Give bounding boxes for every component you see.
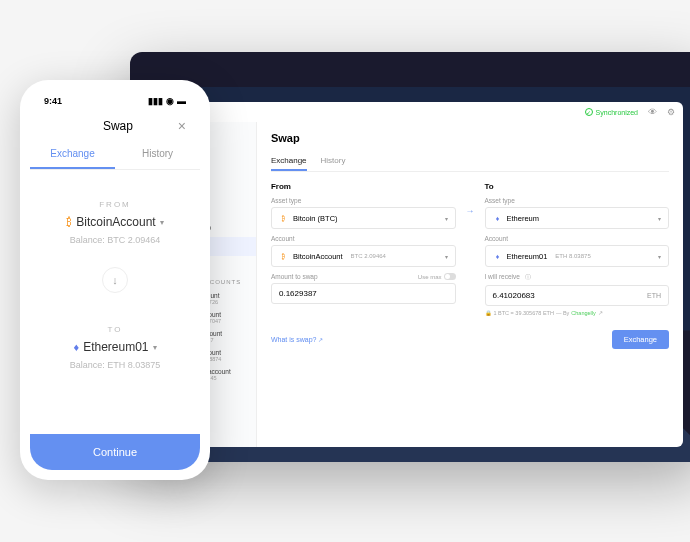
- laptop-screen: ✓ Synchronized 👁 ⚙ MENU 📈Portfolio ▭Acco…: [138, 87, 690, 462]
- phone-body: FROM ₿ BitcoinAccount ▾ Balance: BTC 2.0…: [30, 170, 200, 434]
- to-label: TO: [108, 325, 123, 334]
- ethereum-icon: ♦: [493, 251, 503, 261]
- external-link-icon[interactable]: ↗: [598, 310, 603, 316]
- chevron-down-icon: ▾: [445, 215, 448, 222]
- titlebar: ✓ Synchronized 👁 ⚙: [152, 102, 683, 122]
- check-icon: ✓: [585, 108, 593, 116]
- tab-exchange[interactable]: Exchange: [30, 140, 115, 169]
- to-account-selector[interactable]: ♦ Ethereum01 ▾: [74, 340, 157, 354]
- battery-icon: ▬: [177, 96, 186, 106]
- bitcoin-icon: ₿: [279, 251, 289, 261]
- swap-form: From Asset type ₿ Bitcoin (BTC) ▾ Accoun…: [271, 182, 669, 316]
- continue-button[interactable]: Continue: [30, 434, 200, 470]
- eye-icon[interactable]: 👁: [648, 107, 657, 117]
- swap-direction-button[interactable]: ↓: [102, 267, 128, 293]
- to-label: To: [485, 182, 670, 191]
- chevron-down-icon: ▾: [658, 215, 661, 222]
- main-content: Swap Exchange History From Asset type ₿ …: [257, 122, 683, 447]
- desktop-tabs: Exchange History: [271, 152, 669, 172]
- to-column: To Asset type ♦ Ethereum ▾ Account ♦ Eth…: [485, 182, 670, 316]
- from-label: From: [271, 182, 456, 191]
- laptop-frame: ✓ Synchronized 👁 ⚙ MENU 📈Portfolio ▭Acco…: [130, 52, 690, 462]
- page-title: Swap: [271, 132, 669, 144]
- what-is-swap-link[interactable]: What is swap? ↗: [271, 336, 323, 343]
- use-max-toggle[interactable]: Use max: [418, 273, 456, 280]
- swap-arrow-icon: →: [466, 206, 475, 216]
- to-amount-display: 6.41020683 ETH: [485, 285, 670, 306]
- tab-exchange[interactable]: Exchange: [271, 152, 307, 171]
- account-label: Account: [485, 235, 670, 242]
- settings-icon[interactable]: ⚙: [667, 107, 675, 117]
- info-icon[interactable]: ⓘ: [525, 274, 531, 280]
- receive-label: I will receive: [485, 273, 520, 280]
- sync-status: ✓ Synchronized: [585, 108, 638, 116]
- status-bar: 9:41 ▮▮▮ ◉ ▬: [30, 90, 200, 112]
- lock-icon: 🔒: [485, 310, 492, 316]
- phone-frame: 9:41 ▮▮▮ ◉ ▬ Swap × Exchange History FRO…: [20, 80, 210, 480]
- phone-title: Swap: [103, 119, 133, 133]
- wifi-icon: ◉: [166, 96, 174, 106]
- chevron-down-icon: ▾: [153, 343, 157, 352]
- phone-header: Swap ×: [30, 112, 200, 140]
- chevron-down-icon: ▾: [658, 253, 661, 260]
- tab-history[interactable]: History: [115, 140, 200, 169]
- exchange-rate: 🔒 1 BTC = 39.305678 ETH — By Changelly ↗: [485, 310, 670, 316]
- from-asset-dropdown[interactable]: ₿ Bitcoin (BTC) ▾: [271, 207, 456, 229]
- toggle-icon: [444, 273, 456, 280]
- from-column: From Asset type ₿ Bitcoin (BTC) ▾ Accoun…: [271, 182, 456, 304]
- from-amount-input[interactable]: 0.1629387: [271, 283, 456, 304]
- time: 9:41: [44, 96, 62, 106]
- to-account-dropdown[interactable]: ♦ Ethereum01 ETH 8.03875 ▾: [485, 245, 670, 267]
- account-label: Account: [271, 235, 456, 242]
- desktop-body: MENU 📈Portfolio ▭Accounts ↗Send ↙Receive…: [152, 122, 683, 447]
- from-label: FROM: [99, 200, 131, 209]
- tab-history[interactable]: History: [321, 152, 346, 171]
- from-account-selector[interactable]: ₿ BitcoinAccount ▾: [66, 215, 163, 229]
- signal-icon: ▮▮▮: [148, 96, 163, 106]
- phone-tabs: Exchange History: [30, 140, 200, 170]
- ethereum-icon: ♦: [493, 213, 503, 223]
- asset-type-label: Asset type: [485, 197, 670, 204]
- from-balance: Balance: BTC 2.09464: [70, 235, 161, 245]
- from-account-dropdown[interactable]: ₿ BitcoinAccount BTC 2.09464 ▾: [271, 245, 456, 267]
- amount-label: Amount to swap: [271, 273, 318, 280]
- external-link-icon: ↗: [318, 337, 323, 343]
- to-balance: Balance: ETH 8.03875: [70, 360, 161, 370]
- close-icon[interactable]: ×: [178, 118, 186, 134]
- footer-row: What is swap? ↗ Exchange: [271, 330, 669, 349]
- sync-label: Synchronized: [596, 109, 638, 116]
- desktop-app-window: ✓ Synchronized 👁 ⚙ MENU 📈Portfolio ▭Acco…: [152, 102, 683, 447]
- asset-type-label: Asset type: [271, 197, 456, 204]
- ethereum-icon: ♦: [74, 341, 80, 353]
- chevron-down-icon: ▾: [160, 218, 164, 227]
- chevron-down-icon: ▾: [445, 253, 448, 260]
- to-asset-dropdown[interactable]: ♦ Ethereum ▾: [485, 207, 670, 229]
- exchange-button[interactable]: Exchange: [612, 330, 669, 349]
- bitcoin-icon: ₿: [279, 213, 289, 223]
- bitcoin-icon: ₿: [66, 216, 72, 228]
- phone-screen: 9:41 ▮▮▮ ◉ ▬ Swap × Exchange History FRO…: [30, 90, 200, 470]
